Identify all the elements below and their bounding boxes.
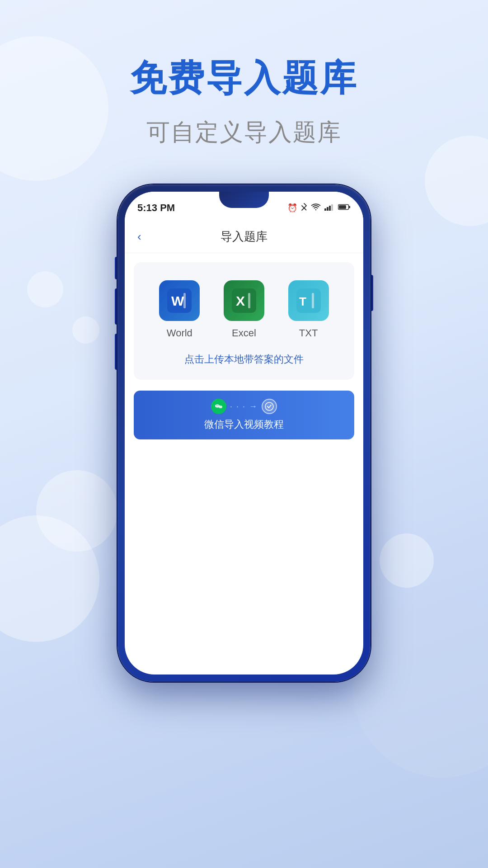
- main-title: 免费导入题库: [130, 54, 358, 103]
- svg-point-19: [216, 406, 217, 406]
- svg-text:X: X: [236, 293, 245, 308]
- bluetooth-icon: [301, 203, 307, 214]
- wechat-btn-label: 微信导入视频教程: [204, 418, 284, 431]
- power-button: [371, 275, 373, 311]
- word-file-type[interactable]: W World: [159, 280, 200, 339]
- alarm-icon: ⏰: [287, 203, 297, 213]
- app-header: ‹ 导入题库: [125, 221, 363, 253]
- svg-rect-3: [331, 204, 333, 211]
- signal-icon: [324, 203, 334, 213]
- volume-down-button: [115, 334, 117, 370]
- phone-mockup: 5:13 PM ⏰: [117, 184, 371, 682]
- upload-hint[interactable]: 点击上传本地带答案的文件: [147, 353, 341, 366]
- excel-file-type[interactable]: X Excel: [224, 280, 264, 339]
- page-content: 免费导入题库 可自定义导入题库 5:13 PM ⏰: [0, 0, 488, 682]
- svg-rect-1: [327, 207, 328, 211]
- phone-notch: [219, 192, 269, 208]
- page-title: 导入题库: [221, 229, 267, 245]
- excel-icon: X: [224, 280, 264, 321]
- svg-rect-0: [324, 208, 326, 211]
- mute-button: [115, 257, 117, 279]
- sub-title: 可自定义导入题库: [146, 117, 342, 148]
- txt-icon: T: [288, 280, 329, 321]
- volume-up-button: [115, 288, 117, 325]
- word-icon: W: [159, 280, 200, 321]
- svg-rect-15: [312, 293, 314, 308]
- wechat-tutorial-button[interactable]: · · · → 微信导入视频教程: [134, 391, 354, 439]
- svg-point-20: [217, 406, 218, 406]
- wifi-icon: [311, 203, 321, 213]
- svg-rect-5: [339, 205, 346, 209]
- status-time: 5:13 PM: [137, 202, 175, 214]
- battery-icon: [338, 203, 351, 213]
- wechat-icon: [211, 399, 226, 414]
- word-label: World: [167, 327, 192, 339]
- file-types-row: W World: [147, 280, 341, 339]
- svg-text:T: T: [299, 295, 306, 308]
- excel-label: Excel: [232, 327, 256, 339]
- svg-point-18: [219, 406, 222, 408]
- svg-rect-6: [349, 206, 350, 208]
- txt-label: TXT: [299, 327, 318, 339]
- wechat-btn-icons: · · · →: [211, 399, 277, 414]
- wechat-target-icon: [262, 399, 277, 414]
- phone-screen: 5:13 PM ⏰: [125, 192, 363, 675]
- svg-text:W: W: [171, 293, 184, 308]
- back-button[interactable]: ‹: [137, 230, 141, 244]
- svg-rect-2: [329, 206, 331, 211]
- svg-rect-9: [183, 293, 186, 308]
- phone-outer-frame: 5:13 PM ⏰: [117, 184, 371, 682]
- file-type-card: W World: [134, 262, 354, 380]
- svg-point-21: [265, 402, 273, 410]
- wechat-arrow-dots: · · · →: [230, 402, 258, 411]
- status-icons: ⏰: [287, 203, 351, 214]
- svg-rect-12: [248, 293, 250, 308]
- txt-file-type[interactable]: T TXT: [288, 280, 329, 339]
